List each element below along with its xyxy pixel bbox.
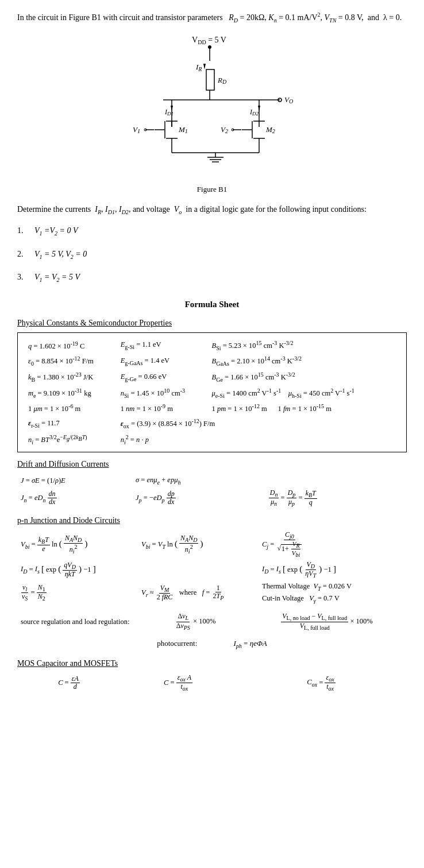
intro-text: In the circuit in Figure B1 with circuit… — [17, 10, 407, 24]
phys-row-3: kB = 1.380 × 10-23 J/K Eg-Ge = 0.66 eV B… — [25, 369, 399, 385]
mos-section: MOS Capacitor and MOSFETs C = εA d C = ε… — [17, 657, 407, 693]
photocurrent-label: photocurrent: — [157, 639, 197, 648]
svg-text:M1: M1 — [178, 125, 188, 134]
physical-section: Physical Constants & Semiconductor Prope… — [17, 317, 407, 453]
svg-text:VO: VO — [284, 95, 293, 104]
mos-c2: C = εox A tox — [121, 673, 236, 693]
pn-vbi1: Vbi = kBT e ln ( NAND ni2 ) — [17, 530, 138, 560]
pn-row-2: ID = Is [ exp ( qVD ηkT ) −1 ] ID = Is [ — [17, 560, 407, 580]
pn-section-label: p-n Junction and Diode Circuits — [17, 514, 407, 526]
phys-cell-epsox: εox = (3.9) × (8.854 × 10-12) F/m — [117, 416, 399, 432]
drift-table: J = σE = (1/ρ)E σ = enμe + epμh Jn = eDn… — [17, 474, 407, 508]
drift-row-2: Jn = eDn dn dx Jp = −eDp dp dx Dn — [17, 488, 407, 509]
phys-row-5: 1 μm = 1 × 10-6 m 1 nm = 1 × 10-9 m 1 pm… — [25, 401, 399, 416]
condition-text-3: V1 = V2 = 5 V — [34, 271, 80, 284]
reg-row: source regulation and load regulation: Δ… — [17, 611, 407, 632]
phys-row-1: q = 1.602 × 10-19 C Eg-Si = 1.1 eV BSi =… — [25, 338, 399, 354]
phys-cell-muesi: μe-Si = 1400 cm2 V-1 s-1 μh-Si = 450 cm2… — [209, 385, 399, 401]
physical-box: q = 1.602 × 10-19 C Eg-Si = 1.1 eV BSi =… — [17, 332, 407, 453]
phys-cell-mum: 1 μm = 1 × 10-6 m — [25, 401, 117, 416]
circuit-diagram: VDD = 5 V IR RD VO ID1 V1 — [17, 32, 407, 195]
svg-rect-5 — [206, 69, 214, 90]
pn-row-1: Vbi = kBT e ln ( NAND ni2 ) Vbi = VT ln — [17, 530, 407, 560]
drift-dn-dp: Dn μn = Dp μp = kBT q — [265, 488, 407, 509]
svg-text:RD: RD — [217, 76, 227, 85]
phys-cell-nm: 1 nm = 1 × 10-9 m — [117, 401, 209, 416]
reg-label: source regulation and load regulation: — [17, 611, 144, 632]
physical-table: q = 1.602 × 10-19 C Eg-Si = 1.1 eV BSi =… — [25, 338, 399, 448]
mos-c1: C = εA d — [17, 673, 121, 693]
svg-text:ID2: ID2 — [249, 108, 259, 117]
mos-section-label: MOS Capacitor and MOSFETs — [17, 657, 407, 669]
phys-cell-egaas: Eg-GaAs = 1.4 eV — [117, 353, 209, 369]
phys-row-2: ε0 = 8.854 × 10-12 F/m Eg-GaAs = 1.4 eV … — [25, 353, 399, 369]
reg-load: VL, no load − VL, full load VL, full loa… — [247, 611, 407, 632]
physical-section-label: Physical Constants & Semiconductor Prope… — [17, 317, 407, 329]
mos-cox: Cox = εox tox — [236, 673, 407, 693]
formula-sheet-title: Formula Sheet — [17, 298, 407, 311]
phys-cell-epssi: εr-Si = 11.7 — [25, 416, 117, 432]
formula-sheet: Formula Sheet Physical Constants & Semic… — [17, 298, 407, 693]
phys-cell-egge: Eg-Ge = 0.66 eV — [117, 369, 209, 385]
pn-id1: ID = Is [ exp ( qVD ηkT ) −1 ] — [17, 560, 138, 580]
svg-marker-4 — [203, 64, 206, 69]
phys-cell-q: q = 1.602 × 10-19 C — [25, 338, 117, 354]
condition-num-2: 2. — [17, 248, 34, 261]
circuit-svg: VDD = 5 V IR RD VO ID1 V1 — [103, 32, 321, 181]
phys-cell-egsi: Eg-Si = 1.1 eV — [117, 338, 209, 354]
phys-cell-eps0: ε0 = 8.854 × 10-12 F/m — [25, 353, 117, 369]
condition-3: 3. V1 = V2 = 5 V — [17, 271, 407, 284]
phys-cell-nsi: nSi = 1.45 × 1010 cm-3 — [117, 385, 209, 401]
phys-row-7: ni = BT3/2e−Eg/(2kBT) ni2 = n · p — [25, 432, 399, 448]
phys-cell-me: me = 9.109 × 10-31 kg — [25, 385, 117, 401]
condition-1: 1. V1 =V2 = 0 V — [17, 224, 407, 238]
svg-text:VDD = 5 V: VDD = 5 V — [192, 36, 226, 45]
condition-text-2: V1 = 5 V, V2 = 0 — [34, 248, 87, 261]
and-word: and — [142, 13, 153, 22]
figure-label: Figure B1 — [197, 184, 227, 195]
phys-cell-ni: ni = BT3/2e−Eg/(2kBT) — [25, 432, 117, 448]
mos-row-1: C = εA d C = εox A tox Cox = — [17, 673, 407, 693]
reg-table: source regulation and load regulation: Δ… — [17, 611, 407, 632]
pn-cj: Cj = Cj0 √1+ VR Vbi — [259, 530, 407, 560]
phys-cell-bsi: BSi = 5.23 × 1015 cm-3 K-3/2 — [209, 338, 399, 354]
and-word2: and — [368, 13, 379, 22]
determine-text: Determine the currents IR, ID1, ID2, and… — [17, 203, 407, 216]
pn-vr: Vr ≈ VM 2 fRC where f = 1 2TP — [138, 580, 259, 606]
condition-2: 2. V1 = 5 V, V2 = 0 — [17, 248, 407, 261]
drift-section-label: Drift and Diffusion Currents — [17, 458, 407, 470]
phys-cell-ni2: ni2 = n · p — [117, 432, 209, 448]
phys-cell-pm-fm: 1 pm = 1 × 10-12 m 1 fm = 1 × 10-15 m — [209, 401, 399, 416]
svg-text:V1: V1 — [133, 125, 140, 134]
phys-row-6: εr-Si = 11.7 εox = (3.9) × (8.854 × 10-1… — [25, 416, 399, 432]
condition-num-3: 3. — [17, 271, 34, 284]
photocurrent-section: photocurrent: Iph = ηeΦA — [17, 638, 407, 650]
condition-text-1: V1 =V2 = 0 V — [34, 224, 78, 238]
drift-jp: Jp = −eDp dp dx — [132, 488, 265, 509]
pn-section: p-n Junction and Diode Circuits Vbi = kB… — [17, 514, 407, 606]
phys-cell-bgaas: BGaAs = 2.10 × 1014 cm-3 K-3/2 — [209, 353, 399, 369]
pn-thermal: Thermal Voltage VT = 0.026 V Cut-in Volt… — [259, 580, 407, 606]
mos-table: C = εA d C = εox A tox Cox = — [17, 673, 407, 693]
conditions-list: 1. V1 =V2 = 0 V 2. V1 = 5 V, V2 = 0 3. V… — [17, 224, 407, 284]
drift-sigma: σ = enμe + epμh — [132, 474, 265, 488]
condition-num-1: 1. — [17, 224, 34, 238]
drift-jn: Jn = eDn dn dx — [17, 488, 132, 509]
pn-id2: ID = Is [ exp ( VD ηVT ) −1 ] — [259, 560, 407, 580]
phys-cell-kb: kB = 1.380 × 10-23 J/K — [25, 369, 117, 385]
drift-empty — [265, 474, 407, 488]
pn-vl: vl vS = N1 N2 — [17, 580, 138, 606]
drift-section: Drift and Diffusion Currents J = σE = (1… — [17, 458, 407, 508]
pn-row-3: vl vS = N1 N2 Vr ≈ VM 2 fRC where — [17, 580, 407, 606]
phys-cell-bge: BGe = 1.66 × 1015 cm-3 K-3/2 — [209, 369, 399, 385]
phys-cell-empty — [209, 432, 399, 448]
reg-section: source regulation and load regulation: Δ… — [17, 611, 407, 632]
pn-empty-mid — [138, 560, 259, 580]
reg-source: ΔvL ΔvPS × 100% — [144, 611, 247, 632]
svg-text:M2: M2 — [265, 125, 275, 134]
photocurrent-formula: Iph = ηeΦA — [234, 639, 267, 648]
svg-text:IR: IR — [195, 63, 202, 72]
phys-row-4: me = 9.109 × 10-31 kg nSi = 1.45 × 1010 … — [25, 385, 399, 401]
drift-row-1: J = σE = (1/ρ)E σ = enμe + epμh — [17, 474, 407, 488]
pn-table: Vbi = kBT e ln ( NAND ni2 ) Vbi = VT ln — [17, 530, 407, 606]
